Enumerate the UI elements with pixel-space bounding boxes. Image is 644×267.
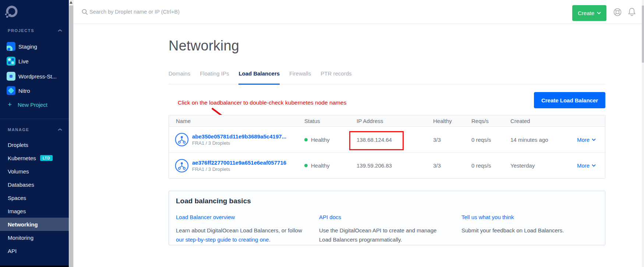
- project-label: Wordpress-St...: [18, 73, 57, 80]
- load-balancer-icon: [175, 133, 189, 147]
- projects-section-header[interactable]: PROJECTS: [8, 28, 34, 33]
- sidebar-item-wordpress[interactable]: Wordpress-St...: [0, 69, 69, 84]
- page-scrollbar-thumb[interactable]: [642, 6, 644, 63]
- tab-firewalls[interactable]: Firewalls: [289, 70, 311, 84]
- create-button[interactable]: Create: [572, 5, 606, 21]
- load-balancer-sublabel: FRA1 / 3 Droplets: [192, 166, 286, 172]
- basics-column-overview: Load Balancer overview Learn about Digit…: [176, 212, 310, 244]
- chevron-down-icon: [592, 138, 596, 141]
- tab-load-balancers[interactable]: Load Balancers: [238, 70, 280, 84]
- sidebar: PROJECTS Staging Live Wordpress-St... Ni…: [0, 0, 69, 267]
- project-avatar-staging: [7, 42, 15, 51]
- more-label: More: [577, 137, 590, 143]
- load-balancer-sublabel: FRA1 / 3 Droplets: [192, 140, 286, 146]
- status-text: Healthy: [311, 162, 330, 169]
- manage-item-label: Monitoring: [8, 235, 33, 241]
- column-header-created: Created: [510, 118, 577, 124]
- project-avatar-nitro: [7, 86, 15, 95]
- column-header-reqs: Reqs/s: [471, 118, 510, 124]
- healthy-count: 3/3: [433, 162, 471, 169]
- manage-item-label: Kubernetes: [8, 155, 36, 161]
- table-row[interactable]: ae376ff22770011e9a651e6eaf057716 FRA1 / …: [169, 152, 605, 178]
- more-menu-button[interactable]: More: [577, 162, 605, 169]
- status-text: Healthy: [311, 137, 330, 143]
- search-icon: [82, 9, 88, 15]
- sidebar-item-monitoring[interactable]: Monitoring: [0, 231, 69, 244]
- project-avatar-live: [7, 57, 15, 66]
- new-project-button[interactable]: + New Project: [0, 98, 69, 111]
- basics-text: Use the DigitalOcean API to create and m…: [319, 227, 436, 243]
- load-balancer-icon: [175, 159, 189, 173]
- help-lifebuoy-icon[interactable]: [613, 8, 622, 17]
- feedback-link[interactable]: Tell us what you think: [461, 212, 601, 222]
- api-docs-link[interactable]: API docs: [319, 212, 448, 222]
- created-time: 14 minutes ago: [510, 137, 577, 143]
- sidebar-divider: [0, 119, 69, 119]
- scrollbar-thumb[interactable]: [69, 6, 73, 267]
- load-balancer-name-link[interactable]: ae376ff22770011e9a651e6eaf057716: [192, 159, 286, 166]
- project-avatar-wordpress: [7, 72, 15, 81]
- project-label: Staging: [18, 43, 37, 50]
- basics-text: Submit your feedback on Load Balancers.: [461, 227, 564, 233]
- sidebar-item-kubernetes[interactable]: Kubernetes LTD: [0, 151, 69, 165]
- create-load-balancer-button[interactable]: Create Load Balancer: [534, 92, 605, 108]
- manage-item-label: Databases: [8, 182, 34, 188]
- more-menu-button[interactable]: More: [577, 137, 605, 143]
- more-label: More: [577, 162, 590, 169]
- sidebar-item-networking[interactable]: Networking: [0, 218, 69, 231]
- search-input[interactable]: [89, 0, 318, 23]
- healthy-count: 3/3: [433, 137, 471, 143]
- chevron-down-icon: [597, 12, 601, 14]
- tab-ptr-records[interactable]: PTR records: [321, 70, 351, 84]
- chevron-up-icon[interactable]: [58, 29, 62, 32]
- page-scrollbar[interactable]: [642, 0, 644, 267]
- sidebar-item-images[interactable]: Images: [0, 204, 69, 218]
- sidebar-item-spaces[interactable]: Spaces: [0, 191, 69, 204]
- manage-item-label: Droplets: [8, 142, 28, 148]
- chevron-up-icon[interactable]: [58, 128, 62, 131]
- ltd-badge: LTD: [40, 155, 53, 161]
- status-dot: [304, 138, 308, 141]
- manage-section-header[interactable]: MANAGE: [8, 127, 29, 132]
- sidebar-item-staging[interactable]: Staging: [0, 39, 69, 54]
- load-balancing-basics-panel: Load balancing basics Load Balancer over…: [169, 191, 605, 245]
- column-header-healthy: Healthy: [433, 118, 471, 124]
- basics-text: Learn about DigitalOcean Load Balancers,…: [176, 227, 302, 233]
- tab-domains[interactable]: Domains: [169, 70, 190, 84]
- sidebar-item-droplets[interactable]: Droplets: [0, 138, 69, 151]
- project-label: Nitro: [18, 88, 30, 94]
- manage-item-label: Images: [8, 208, 26, 214]
- page-title: Networking: [169, 38, 239, 54]
- table-header-row: Name Status IP Address Healthy Reqs/s Cr…: [169, 115, 605, 127]
- basics-column-api: API docs Use the DigitalOcean API to cre…: [319, 212, 448, 244]
- table-row[interactable]: abe350e05781d11e9b3689a5c4197... FRA1 / …: [169, 127, 605, 152]
- manage-item-label: Spaces: [8, 195, 26, 201]
- sidebar-item-nitro[interactable]: Nitro: [0, 83, 69, 98]
- sidebar-item-api[interactable]: API: [0, 244, 69, 257]
- sidebar-scrollbar[interactable]: [69, 0, 74, 267]
- digitalocean-logo-icon[interactable]: [5, 5, 18, 20]
- sidebar-item-databases[interactable]: Databases: [0, 178, 69, 191]
- requests-per-second: 0 reqs/s: [471, 137, 510, 143]
- step-by-step-guide-link[interactable]: our step-by-step guide to creating one.: [176, 236, 270, 243]
- sidebar-item-live[interactable]: Live: [0, 54, 69, 68]
- load-balancer-overview-link[interactable]: Load Balancer overview: [176, 212, 310, 222]
- scrollbar-up-arrow-icon[interactable]: [70, 1, 72, 4]
- load-balancer-name-link[interactable]: abe350e05781d11e9b3689a5c4197...: [192, 133, 286, 140]
- sidebar-item-volumes[interactable]: Volumes: [0, 165, 69, 178]
- chevron-down-icon: [592, 164, 596, 167]
- manage-item-label: Volumes: [8, 168, 29, 175]
- column-header-name: Name: [169, 118, 304, 124]
- create-button-label: Create: [578, 10, 594, 16]
- tab-bar: Domains Floating IPs Load Balancers Fire…: [169, 70, 605, 84]
- column-header-status: Status: [304, 118, 357, 124]
- digitalocean-control-panel: PROJECTS Staging Live Wordpress-St... Ni…: [0, 0, 644, 267]
- basics-column-feedback: Tell us what you think Submit your feedb…: [461, 212, 601, 235]
- load-balancer-table: Name Status IP Address Healthy Reqs/s Cr…: [169, 115, 605, 179]
- tab-floating-ips[interactable]: Floating IPs: [200, 70, 229, 84]
- notification-bell-icon[interactable]: [627, 7, 637, 17]
- plus-icon: +: [8, 101, 12, 109]
- basics-title: Load balancing basics: [176, 197, 251, 205]
- ip-address: 139.59.206.83: [357, 162, 433, 169]
- requests-per-second: 0 reqs/s: [471, 162, 510, 169]
